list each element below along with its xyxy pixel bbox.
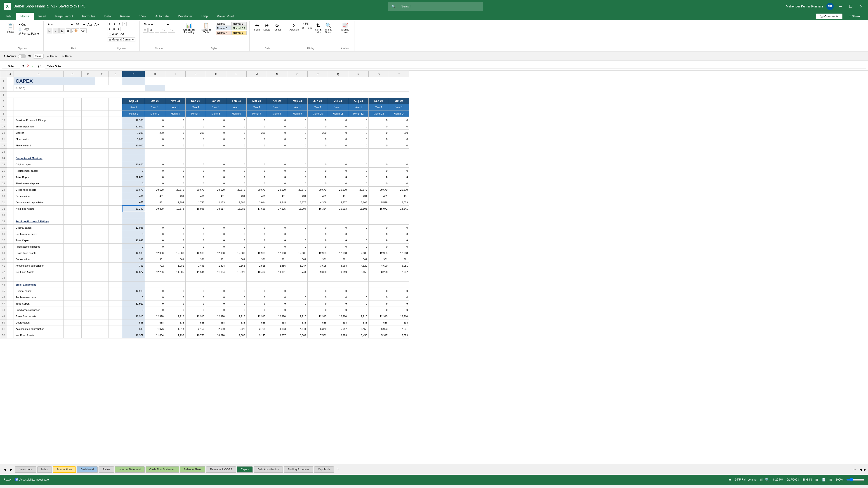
- cell-empty[interactable]: [82, 288, 95, 294]
- table-cell[interactable]: [369, 282, 389, 288]
- table-cell[interactable]: 20,670: [348, 187, 369, 193]
- table-cell[interactable]: 20,670: [328, 187, 348, 193]
- table-cell[interactable]: 6,993: [328, 332, 348, 338]
- table-cell[interactable]: 0: [287, 117, 308, 123]
- table-cell[interactable]: 0: [348, 161, 369, 168]
- table-cell[interactable]: 5,379: [308, 326, 328, 332]
- table-cell[interactable]: [389, 218, 409, 225]
- copy-button[interactable]: 📄 Copy: [18, 27, 41, 31]
- table-cell[interactable]: 0: [287, 136, 308, 142]
- table-cell[interactable]: [328, 212, 348, 218]
- table-cell[interactable]: 12,910: [165, 313, 186, 320]
- cell-B1[interactable]: CAPEX: [14, 77, 95, 85]
- table-cell[interactable]: [328, 149, 348, 155]
- cell-G1[interactable]: [122, 77, 145, 85]
- cell-empty[interactable]: [109, 212, 122, 218]
- table-cell[interactable]: 0: [206, 168, 226, 174]
- table-cell[interactable]: 0: [369, 142, 389, 149]
- cell-empty[interactable]: [95, 149, 109, 155]
- cell-empty[interactable]: [82, 250, 95, 256]
- font-name-select[interactable]: Arial: [47, 22, 74, 27]
- cut-button[interactable]: ✂ Cut: [18, 23, 41, 27]
- cell-empty[interactable]: [64, 205, 82, 212]
- table-cell[interactable]: 431: [226, 193, 247, 199]
- table-cell[interactable]: 0: [287, 243, 308, 250]
- table-cell[interactable]: [287, 282, 308, 288]
- cell-a[interactable]: [7, 187, 14, 193]
- user-avatar[interactable]: MK: [827, 3, 834, 10]
- table-cell[interactable]: [389, 275, 409, 282]
- align-bottom-button[interactable]: ⬇: [117, 22, 121, 26]
- table-cell[interactable]: 0: [206, 161, 226, 168]
- table-cell[interactable]: 0: [308, 180, 328, 187]
- cell-empty[interactable]: [95, 300, 109, 307]
- cell-empty[interactable]: [82, 332, 95, 338]
- cell-a[interactable]: [7, 243, 14, 250]
- table-cell[interactable]: 12,910: [328, 313, 348, 320]
- title-search-input[interactable]: [397, 3, 479, 10]
- table-cell[interactable]: [122, 275, 145, 282]
- table-cell[interactable]: 210: [389, 130, 409, 136]
- table-cell[interactable]: 431: [308, 193, 328, 199]
- table-cell[interactable]: 0: [226, 142, 247, 149]
- cell-empty[interactable]: [95, 161, 109, 168]
- table-cell[interactable]: 12,910: [122, 123, 145, 130]
- tab-scroll-left[interactable]: ◀: [2, 468, 8, 471]
- table-cell[interactable]: [328, 275, 348, 282]
- table-cell[interactable]: 0: [247, 136, 267, 142]
- table-cell[interactable]: 0: [122, 243, 145, 250]
- table-cell[interactable]: 0: [267, 307, 287, 313]
- row-label[interactable]: Depreciation: [14, 256, 64, 263]
- cell-empty[interactable]: [82, 243, 95, 250]
- cell-empty[interactable]: [82, 263, 95, 269]
- table-cell[interactable]: 0: [328, 161, 348, 168]
- table-cell[interactable]: 20,670: [165, 187, 186, 193]
- table-cell[interactable]: 0: [145, 174, 165, 180]
- table-cell[interactable]: [328, 282, 348, 288]
- sheet-tab-debt[interactable]: Debt Amortization: [254, 466, 283, 473]
- cell-a[interactable]: [7, 332, 14, 338]
- cell-empty[interactable]: [64, 326, 82, 332]
- table-cell[interactable]: [267, 212, 287, 218]
- table-cell[interactable]: 0: [369, 123, 389, 130]
- table-cell[interactable]: 431: [165, 193, 186, 199]
- table-cell[interactable]: [369, 212, 389, 218]
- cell-empty[interactable]: [64, 168, 82, 174]
- table-cell[interactable]: 0: [267, 142, 287, 149]
- page-break-btn[interactable]: ⊞: [829, 478, 832, 482]
- row-label[interactable]: Net Fixed Assets: [14, 205, 64, 212]
- share-button[interactable]: ⬆ Share: [844, 14, 864, 19]
- table-cell[interactable]: [186, 212, 206, 218]
- table-cell[interactable]: 0: [348, 243, 369, 250]
- decrease-font-button[interactable]: A▼: [94, 22, 100, 27]
- table-cell[interactable]: 0: [369, 294, 389, 300]
- cell-a[interactable]: [7, 313, 14, 320]
- cell-a[interactable]: [7, 136, 14, 142]
- cell-empty[interactable]: [109, 130, 122, 136]
- table-cell[interactable]: 0: [145, 168, 165, 174]
- table-cell[interactable]: 0: [348, 225, 369, 231]
- cell-a[interactable]: [7, 161, 14, 168]
- table-cell[interactable]: [348, 212, 369, 218]
- table-cell[interactable]: 431: [145, 193, 165, 199]
- table-cell[interactable]: 0: [287, 300, 308, 307]
- table-cell[interactable]: 12,988: [348, 250, 369, 256]
- table-cell[interactable]: 8,607: [267, 332, 287, 338]
- table-cell[interactable]: 8,658: [348, 269, 369, 275]
- cell-empty[interactable]: [95, 136, 109, 142]
- table-cell[interactable]: 0: [186, 231, 206, 237]
- cell-empty[interactable]: [82, 307, 95, 313]
- col-header-P[interactable]: P: [308, 71, 328, 77]
- table-cell[interactable]: 0: [145, 161, 165, 168]
- col-header-C[interactable]: C: [64, 71, 82, 77]
- table-cell[interactable]: 12,988: [287, 250, 308, 256]
- table-cell[interactable]: 0: [122, 294, 145, 300]
- row-label[interactable]: Fixed assets disposed: [14, 307, 64, 313]
- col-header-F[interactable]: F: [109, 71, 122, 77]
- cell-a[interactable]: [7, 237, 14, 243]
- table-cell[interactable]: 361: [122, 263, 145, 269]
- cell-empty[interactable]: [64, 187, 82, 193]
- cell-empty[interactable]: [95, 218, 109, 225]
- table-cell[interactable]: 538: [267, 320, 287, 326]
- table-cell[interactable]: 0: [369, 180, 389, 187]
